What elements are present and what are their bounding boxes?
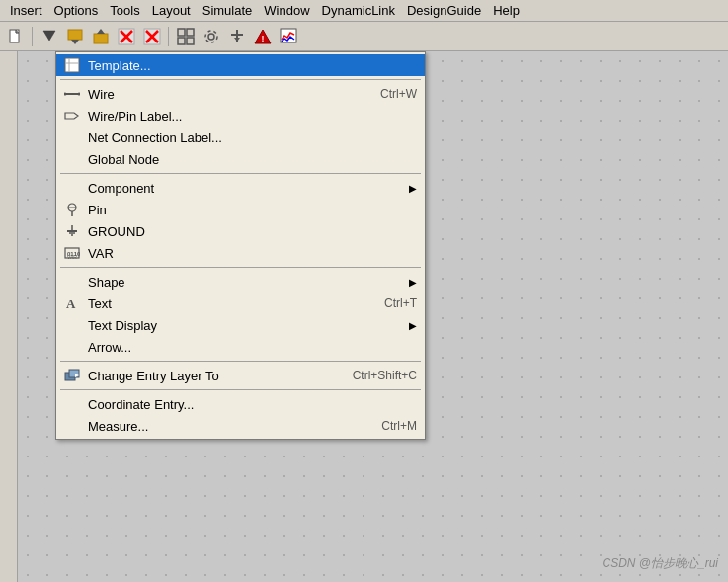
menubar-item-layout[interactable]: Layout [146, 1, 197, 20]
svg-marker-23 [234, 38, 240, 42]
svg-rect-47 [69, 370, 79, 377]
wire-pin-label-icon [62, 106, 82, 125]
menu-item-text[interactable]: A Text Ctrl+T [56, 292, 425, 314]
menu-sep-3 [60, 267, 421, 268]
menu-sep-2 [60, 173, 421, 174]
menu-sep-4 [60, 361, 421, 362]
toolbar-grid-btn[interactable] [174, 25, 198, 48]
menu-sep-5 [60, 389, 421, 390]
menubar-item-options[interactable]: Options [48, 1, 105, 20]
menu-item-var[interactable]: 0110 VAR VAR [56, 242, 425, 264]
change-entry-layer-icon [62, 366, 82, 385]
toolbar-pin-btn[interactable] [225, 25, 249, 48]
svg-rect-7 [94, 34, 108, 43]
menu-item-coordinate-entry[interactable]: Coordinate Entry... [56, 393, 425, 415]
toolbar-new-btn[interactable] [4, 25, 28, 48]
toolbar-stop-btn[interactable] [140, 25, 164, 48]
toolbar-cancel-btn[interactable] [115, 25, 138, 48]
menubar-item-help[interactable]: Help [487, 1, 526, 20]
left-sidebar [0, 51, 18, 582]
component-submenu-arrow: ▶ [409, 183, 417, 194]
toolbar-settings-btn[interactable] [200, 25, 223, 48]
menu-item-wire[interactable]: Wire Ctrl+W [56, 83, 425, 105]
toolbar-upload-btn[interactable] [89, 25, 113, 48]
menu-item-ground[interactable]: GROUND [56, 220, 425, 242]
menu-item-wire-pin-label[interactable]: Wire/Pin Label... [56, 105, 425, 126]
pin-icon [62, 200, 82, 219]
text-icon: A [62, 293, 82, 313]
menubar-item-designguide[interactable]: DesignGuide [401, 1, 487, 20]
svg-point-20 [205, 31, 217, 42]
svg-text:!: ! [262, 34, 265, 43]
svg-rect-17 [178, 38, 185, 44]
svg-rect-15 [178, 29, 185, 36]
menu-item-text-display[interactable]: Text Display ▶ [56, 314, 425, 336]
svg-rect-16 [187, 29, 194, 36]
svg-text:VAR: VAR [67, 254, 77, 260]
svg-point-31 [64, 93, 67, 96]
menu-item-net-connection-label[interactable]: Net Connection Label... [56, 126, 425, 148]
svg-marker-6 [71, 40, 79, 44]
text-display-submenu-arrow: ▶ [409, 320, 417, 331]
menubar-item-window[interactable]: Window [258, 1, 315, 20]
menu-sep-1 [60, 79, 421, 80]
toolbar-download-btn[interactable] [63, 25, 87, 48]
svg-rect-18 [187, 38, 194, 44]
svg-rect-5 [68, 30, 82, 40]
svg-marker-33 [65, 113, 78, 119]
menubar-item-dynamiclink[interactable]: DynamicLink [316, 1, 401, 20]
menubar-item-simulate[interactable]: Simulate [197, 1, 259, 20]
menu-item-pin[interactable]: Pin [56, 199, 425, 220]
toolbar-warning-btn[interactable]: ! [251, 25, 275, 48]
menubar-item-tools[interactable]: Tools [104, 1, 145, 20]
toolbar-sep-2 [168, 27, 170, 46]
watermark: CSDN @怡步晚心_rui [602, 555, 718, 572]
menu-item-global-node[interactable]: Global Node [56, 148, 425, 170]
svg-point-32 [78, 93, 81, 96]
template-icon [62, 55, 82, 75]
menu-item-arrow[interactable]: Arrow... [56, 336, 425, 358]
menu-item-measure[interactable]: Measure... Ctrl+M [56, 415, 425, 437]
menu-item-shape[interactable]: Shape ▶ [56, 271, 425, 292]
svg-text:A: A [66, 296, 76, 311]
main-area: Template... Wire Ctrl+W [0, 51, 728, 582]
svg-point-19 [208, 34, 214, 40]
var-icon: 0110 VAR [62, 243, 82, 263]
menubar: Insert Options Tools Layout Simulate Win… [0, 0, 728, 22]
toolbar: ! [0, 22, 728, 51]
ground-icon [62, 221, 82, 241]
toolbar-arrow-down-btn[interactable] [38, 25, 61, 48]
svg-marker-8 [97, 29, 105, 34]
svg-marker-4 [43, 31, 55, 41]
svg-rect-27 [65, 58, 79, 72]
toolbar-chart-btn[interactable] [277, 25, 300, 48]
toolbar-sep-1 [32, 27, 34, 46]
wire-icon [62, 84, 82, 104]
menu-item-component[interactable]: Component ▶ [56, 177, 425, 199]
menu-item-change-entry-layer[interactable]: Change Entry Layer To Ctrl+Shift+C [56, 365, 425, 386]
menu-item-template[interactable]: Template... [56, 54, 425, 76]
shape-submenu-arrow: ▶ [409, 277, 417, 288]
insert-dropdown-menu: Template... Wire Ctrl+W [55, 51, 426, 440]
canvas-area: Template... Wire Ctrl+W [18, 51, 728, 582]
menubar-item-insert[interactable]: Insert [4, 1, 48, 20]
